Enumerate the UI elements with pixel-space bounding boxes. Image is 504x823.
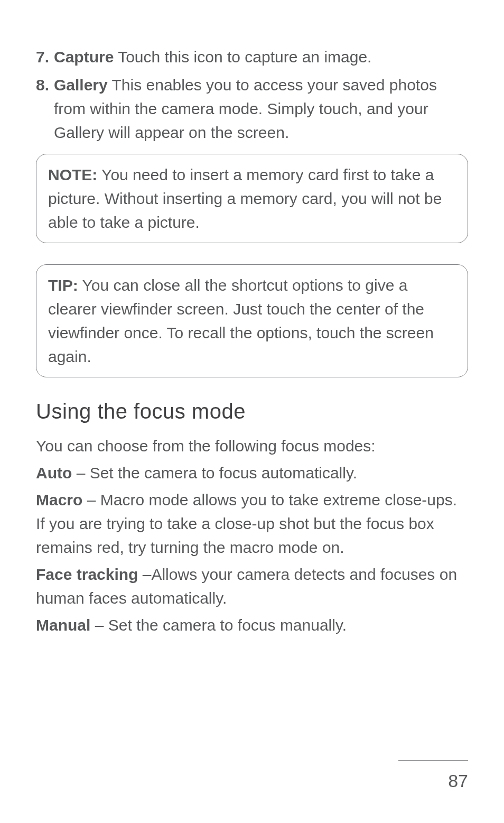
list-item: 7. Capture Touch this icon to capture an… <box>36 45 468 69</box>
list-label: Capture <box>54 48 114 66</box>
list-text: Touch this icon to capture an image. <box>114 48 371 66</box>
list-body: Gallery This enables you to access your … <box>54 73 468 144</box>
mode-text: – Set the camera to focus manually. <box>90 616 347 634</box>
list-item: 8. Gallery This enables you to access yo… <box>36 73 468 144</box>
page-number: 87 <box>448 771 468 791</box>
mode-item: Macro – Macro mode allows you to take ex… <box>36 488 468 559</box>
section-heading: Using the focus mode <box>36 400 468 423</box>
tip-callout: TIP: You can close all the shortcut opti… <box>36 264 468 377</box>
mode-label: Face tracking <box>36 566 138 583</box>
mode-item: Manual – Set the camera to focus manuall… <box>36 613 468 637</box>
mode-item: Auto – Set the camera to focus automatic… <box>36 461 468 485</box>
list-text: This enables you to access your saved ph… <box>54 76 437 141</box>
list-body: Capture Touch this icon to capture an im… <box>54 45 468 69</box>
mode-text: – Macro mode allows you to take extreme … <box>36 491 457 556</box>
note-label: NOTE: <box>48 166 97 183</box>
list-number: 7. <box>36 45 54 69</box>
mode-label: Manual <box>36 616 90 634</box>
list-label: Gallery <box>54 76 108 94</box>
intro-text: You can choose from the following focus … <box>36 434 468 458</box>
page-rule <box>398 760 468 761</box>
mode-text: – Set the camera to focus automatically. <box>72 464 357 482</box>
mode-label: Auto <box>36 464 72 482</box>
tip-label: TIP: <box>48 276 78 294</box>
list-number: 8. <box>36 73 54 144</box>
note-callout: NOTE: You need to insert a memory card f… <box>36 154 468 243</box>
section-body: You can choose from the following focus … <box>36 434 468 637</box>
mode-label: Macro <box>36 491 82 508</box>
note-text: You need to insert a memory card first t… <box>48 166 442 231</box>
numbered-list: 7. Capture Touch this icon to capture an… <box>36 45 468 144</box>
mode-item: Face tracking –Allows your camera detect… <box>36 562 468 610</box>
tip-text: You can close all the shortcut options t… <box>48 276 434 365</box>
